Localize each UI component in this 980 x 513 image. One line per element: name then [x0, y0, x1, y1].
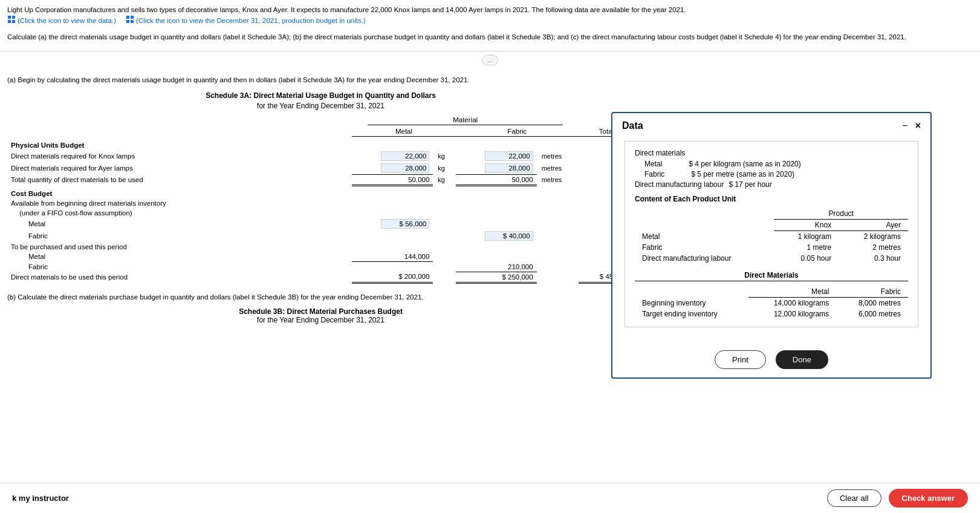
fabric-val1-input[interactable]	[485, 231, 533, 241]
dm-table-row: Target ending inventory 12,000 kilograms…	[635, 309, 908, 319]
data-link[interactable]: (Click the icon to view the data.)	[7, 15, 116, 27]
modal-close-button[interactable]: ×	[915, 120, 921, 131]
modal-footer: Print Done	[612, 344, 930, 377]
row1-metal-input[interactable]	[381, 151, 429, 161]
labour-price-row: Direct manufacturing labour $ 17 per hou…	[635, 180, 908, 189]
material-header: Material	[368, 116, 563, 125]
budget-table: Material Metal Fabric Total Physical Uni…	[7, 115, 634, 284]
print-button[interactable]: Print	[715, 350, 766, 369]
content-row-label: Direct manufacturing labour	[635, 253, 774, 264]
content-table-row: Metal 1 kilogram 2 kilograms	[635, 231, 908, 243]
content-row-ayer: 0.3 hour	[839, 253, 908, 264]
row2-label: Direct materials required for Ayer lamps	[7, 162, 352, 175]
metal-val2: 144,000	[404, 253, 430, 260]
row2-metal-unit: kg	[436, 165, 445, 172]
bottom-bar: k my instructor Clear all Check answer	[0, 483, 980, 513]
modal-controls: − ×	[902, 120, 921, 131]
modal-minimize-button[interactable]: −	[902, 121, 907, 131]
main-content: (a) Begin by calculating the direct mate…	[0, 69, 980, 324]
calculate-text: Calculate (a) the direct materials usage…	[7, 32, 973, 42]
part-b-question: (b) Calculate the direct materials purch…	[7, 292, 634, 302]
schedule-3a-title: Schedule 3A: Direct Material Usage Budge…	[7, 91, 634, 100]
part-a-question: (a) Begin by calculating the direct mate…	[7, 75, 634, 85]
dm-fabric-header: Fabric	[836, 286, 908, 298]
dm-row-fabric: 8,000 metres	[836, 298, 908, 309]
data-modal: Data − × Direct materials Metal $ 4 per …	[611, 112, 932, 379]
cost-budget-header: Cost Budget	[7, 185, 352, 198]
row3-fabric-unit: metres	[540, 176, 562, 183]
schedule-3b-subtitle: for the Year Ending December 31, 2021	[7, 316, 634, 324]
col-header-fabric: Fabric	[456, 126, 579, 137]
row3-label: Total quantity of direct materials to be…	[7, 174, 352, 185]
modal-header: Data − ×	[612, 113, 930, 136]
labour-value: $ 17 per hour	[729, 180, 771, 189]
row3-fabric-val: 50,000	[511, 176, 533, 183]
grid-icon-1	[7, 15, 16, 27]
labour-label: Direct manufacturing labour	[635, 180, 724, 189]
total-fabric: $ 250,000	[502, 273, 533, 281]
content-table-row: Direct manufacturing labour 0.05 hour 0.…	[635, 253, 908, 264]
ayer-col-header: Ayer	[839, 220, 908, 231]
fabric-label: Fabric	[7, 230, 352, 242]
content-row-knox: 0.05 hour	[774, 253, 839, 264]
fabric2-label: Fabric	[7, 262, 352, 272]
dm-table: Metal Fabric Beginning inventory 14,000 …	[635, 286, 908, 319]
fifo-label: (under a FIFO cost-flow assumption)	[7, 208, 352, 218]
col-header-metal: Metal	[352, 126, 455, 137]
dm-row-label: Target ending inventory	[635, 309, 748, 319]
metal-val1-input[interactable]	[381, 219, 429, 229]
content-row-knox: 1 metre	[774, 242, 839, 253]
data-link-text[interactable]: (Click the icon to view the data.)	[18, 16, 116, 26]
check-answer-button[interactable]: Check answer	[889, 489, 968, 508]
svg-rect-7	[131, 20, 134, 23]
done-button[interactable]: Done	[776, 350, 828, 369]
page-wrapper: Light Up Corporation manufactures and se…	[0, 0, 980, 513]
row1-fabric-input[interactable]	[485, 151, 533, 161]
content-title: Content of Each Product Unit	[635, 195, 908, 203]
content-table-row: Fabric 1 metre 2 metres	[635, 242, 908, 253]
to-purchase-label: To be purchased and used this period	[7, 242, 352, 252]
content-table: Product Knox Ayer Metal 1 kilogram 2	[635, 208, 908, 264]
row1-fabric-unit: metres	[540, 152, 562, 160]
ask-instructor-text: k my instructor	[12, 494, 69, 503]
dm-section-title: Direct Materials	[635, 271, 908, 281]
svg-rect-6	[126, 20, 129, 23]
dm-used-label: Direct materials to be used this period	[7, 272, 352, 283]
metal-price-value: $ 4 per kilogram (same as in 2020)	[689, 160, 800, 168]
fabric-price-row: Fabric $ 5 per metre (same as in 2020)	[635, 170, 908, 178]
row3-metal-unit: kg	[436, 176, 445, 183]
content-row-knox: 1 kilogram	[774, 231, 839, 243]
fabric-price-value: $ 5 per metre (same as in 2020)	[691, 170, 794, 178]
svg-rect-3	[12, 20, 15, 23]
schedule-3b-title: Schedule 3B: Direct Material Purchases B…	[7, 307, 634, 316]
dm-metal-header: Metal	[748, 286, 837, 298]
svg-rect-0	[8, 16, 11, 19]
row2-fabric-input[interactable]	[485, 163, 533, 173]
row2-metal-input[interactable]	[381, 163, 429, 173]
metal-price-label: Metal	[635, 160, 662, 168]
svg-rect-1	[12, 16, 15, 19]
row3-metal-val: 50,000	[408, 176, 429, 183]
svg-rect-4	[126, 16, 129, 19]
dm-row-label: Beginning inventory	[635, 298, 748, 309]
knox-col-header: Knox	[774, 220, 839, 231]
content-row-ayer: 2 metres	[839, 242, 908, 253]
bottom-right-buttons: Clear all Check answer	[827, 489, 968, 508]
fabric-price-label: Fabric	[635, 170, 664, 178]
svg-rect-5	[131, 16, 134, 19]
modal-title: Data	[622, 120, 643, 131]
total-metal: $ 200,000	[398, 273, 429, 280]
row1-label: Direct materials required for Knox lamps	[7, 150, 352, 162]
content-row-label: Metal	[635, 231, 774, 243]
production-link-text[interactable]: (Click the icon to view the December 31,…	[136, 16, 366, 26]
metal2-label: Metal	[7, 252, 352, 262]
grid-icon-2	[126, 15, 134, 27]
ask-instructor-button[interactable]: k my instructor	[12, 494, 69, 503]
metal-label: Metal	[7, 218, 352, 230]
intro-text: Light Up Corporation manufactures and se…	[7, 5, 973, 27]
production-budget-link[interactable]: (Click the icon to view the December 31,…	[126, 15, 366, 27]
clear-all-button[interactable]: Clear all	[827, 489, 881, 507]
divider-pill: ...	[482, 55, 498, 65]
fabric-val2: 210,000	[508, 263, 533, 270]
metal-price-row: Metal $ 4 per kilogram (same as in 2020)	[635, 160, 908, 168]
